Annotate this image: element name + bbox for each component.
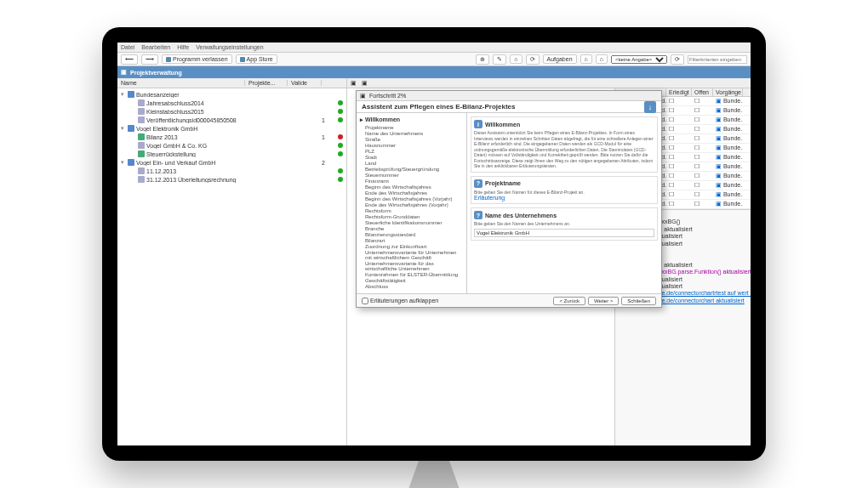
- toolbar-icon-2[interactable]: ✎: [493, 54, 506, 65]
- menubar: Datei Bearbeiten Hilfe Verwaltungseinste…: [117, 43, 751, 53]
- project-tree-panel: Name Projekte... Valide ▾BundesanzeigerJ…: [117, 78, 347, 445]
- right-toolbar: ▣ ▣: [347, 78, 751, 88]
- filter-input[interactable]: [688, 55, 747, 64]
- help-icon: ?: [474, 179, 483, 188]
- tree-node[interactable]: ▾Vogel Elektronik GmbH: [121, 124, 343, 133]
- tree-node[interactable]: Vogel GmbH & Co. KG: [121, 141, 343, 150]
- toolbar-icon-3[interactable]: ⌂: [510, 54, 522, 64]
- next-button[interactable]: Weiter >: [588, 297, 619, 305]
- home-icon-2[interactable]: ⌂: [596, 54, 608, 64]
- nav-item[interactable]: Bilanzart: [360, 238, 463, 244]
- back-button[interactable]: < Zurück: [553, 297, 585, 305]
- tasks-button[interactable]: Aufgaben: [543, 54, 577, 64]
- nav-item[interactable]: Finanzamt: [360, 179, 463, 184]
- nav-item[interactable]: Land: [360, 161, 463, 167]
- close-button[interactable]: Schließen: [621, 297, 656, 305]
- tree-node[interactable]: 11.12.2013: [121, 167, 343, 175]
- tree-node[interactable]: 31.12.2013 Überleitungsrechnung: [121, 175, 343, 184]
- nav-item[interactable]: Projektname: [360, 125, 463, 131]
- wizard-dialog: ▣ Fortschritt 2% Assistent zum Pflegen e…: [356, 90, 662, 308]
- tree-node[interactable]: Kleinstabschluss2015: [121, 107, 343, 116]
- appstore-button[interactable]: App Store: [236, 54, 277, 64]
- project-tree[interactable]: ▾BundesanzeigerJahresabschluss2014Kleins…: [117, 88, 346, 445]
- nav-item[interactable]: Steuernummer: [360, 173, 463, 179]
- tree-node[interactable]: Steuerrückstellung: [121, 150, 343, 158]
- nav-item[interactable]: Abschluss: [360, 284, 463, 290]
- col-open[interactable]: Offen: [692, 88, 713, 96]
- section-projectname: ?Projektname Bitte geben Sie den Namen f…: [471, 176, 658, 205]
- tree-node[interactable]: Bilanz 20131: [121, 133, 343, 141]
- nav-item[interactable]: Ende des Wirtschaftsjahres: [360, 190, 463, 196]
- nav-item[interactable]: Geschäftstätigkeit: [360, 278, 463, 284]
- nav-item[interactable]: Rechtsform-Grunddaten: [360, 214, 463, 220]
- nav-item[interactable]: Steuerliche Identifikationsnummer: [360, 220, 463, 226]
- col-valid[interactable]: Valide: [288, 80, 322, 86]
- tree-node[interactable]: Jahresabschluss2014: [121, 99, 343, 107]
- dialog-subtitle: Assistent zum Pflegen eines E-Bilanz-Pro…: [362, 103, 516, 111]
- tree-node[interactable]: ▾Bundesanzeiger: [121, 90, 343, 99]
- explanation-link[interactable]: Erläuterung: [474, 195, 654, 201]
- filter-dropdown[interactable]: <keine Angabe>: [611, 55, 667, 64]
- nav-item[interactable]: PLZ: [360, 149, 463, 155]
- menu-help[interactable]: Hilfe: [177, 44, 189, 50]
- toolbar-icon-1[interactable]: ⊕: [476, 54, 489, 65]
- section-companyname: ?Name des Unternehmens Bitte geben Sie d…: [471, 207, 658, 241]
- col-proc[interactable]: Vorgänge: [713, 88, 743, 96]
- monitor-frame: Datei Bearbeiten Hilfe Verwaltungseinste…: [102, 27, 766, 461]
- col-projects[interactable]: Projekte...: [245, 80, 288, 86]
- nav-fwd-button[interactable]: ⟶: [141, 54, 158, 65]
- expand-explanations-checkbox[interactable]: Erläuterungen aufklappen: [362, 298, 438, 304]
- nav-item[interactable]: Name des Unternehmens: [360, 131, 463, 137]
- dialog-titlebar[interactable]: ▣ Fortschritt 2%: [357, 91, 661, 101]
- cart-icon: [240, 57, 245, 62]
- col-name[interactable]: Name: [117, 80, 245, 86]
- col-done[interactable]: Erledigt: [666, 88, 692, 96]
- nav-item[interactable]: Zuordnung zur Einkunftsart: [360, 244, 463, 250]
- exit-icon: [166, 57, 171, 62]
- app-window: Datei Bearbeiten Hilfe Verwaltungseinste…: [117, 43, 751, 445]
- nav-item[interactable]: Beginn des Wirtschaftsjahres: [360, 184, 463, 190]
- nav-item[interactable]: Rechtsform: [360, 208, 463, 214]
- rtool-icon[interactable]: ▣: [351, 80, 357, 87]
- tree-node[interactable]: ▾Vogel Ein- und Verkauf GmbH2: [121, 158, 343, 167]
- menu-edit[interactable]: Bearbeiten: [141, 44, 170, 50]
- nav-item[interactable]: Branche: [360, 226, 463, 232]
- download-icon: ↓: [644, 101, 656, 113]
- toolbar-icon-4[interactable]: ⟳: [526, 54, 540, 65]
- nav-item[interactable]: Hausnummer: [360, 143, 463, 149]
- help-icon: ?: [474, 211, 483, 219]
- panel-titlebar: ▣ Projektverwaltung: [117, 66, 751, 78]
- section-welcome: iWillkommen Dieser Assistent unterstützt…: [471, 116, 658, 173]
- tree-node[interactable]: Veröffentlichungsid0000458505081: [121, 116, 343, 124]
- dialog-icon: ▣: [360, 93, 366, 99]
- company-name-input[interactable]: [474, 229, 654, 237]
- exit-button[interactable]: Programm verlassen: [162, 54, 232, 64]
- nav-item[interactable]: Betriebsprüfung/Steuergründung: [360, 167, 463, 173]
- nav-back-button[interactable]: ⟵: [121, 54, 138, 65]
- nav-item[interactable]: Stadt: [360, 155, 463, 161]
- nav-item[interactable]: Unternehmensvariante für das wirtschaftl…: [360, 261, 463, 272]
- home-icon-1[interactable]: ⌂: [580, 54, 592, 64]
- refresh-icon[interactable]: ⟳: [671, 54, 684, 65]
- nav-item[interactable]: Unternehmensvariante für Unternehmen mit…: [360, 250, 463, 261]
- welcome-text: Dieser Assistent unterstützt Sie beim Pf…: [474, 130, 654, 169]
- wizard-nav: ▸ Willkommen ProjektnameName des Unterne…: [357, 113, 467, 293]
- nav-header: ▸ Willkommen: [360, 116, 463, 123]
- panel-title: ▣: [121, 69, 127, 76]
- nav-item[interactable]: Beginn des Wirtschaftsjahres (Vorjahr): [360, 196, 463, 202]
- tree-header: Name Projekte... Valide: [117, 78, 346, 88]
- nav-item[interactable]: Ende des Wirtschaftsjahres (Vorjahr): [360, 202, 463, 208]
- menu-file[interactable]: Datei: [121, 44, 134, 50]
- info-icon: i: [474, 120, 483, 128]
- dialog-title: Fortschritt 2%: [369, 93, 406, 99]
- main-toolbar: ⟵ ⟶ Programm verlassen App Store ⊕ ✎ ⌂ ⟳…: [117, 53, 751, 66]
- nav-item[interactable]: Bilanzierungsstandard: [360, 232, 463, 238]
- rtool-icon[interactable]: ▣: [362, 80, 368, 87]
- main-workspace: ▣ Fortschritt 2% Assistent zum Pflegen e…: [347, 88, 614, 445]
- nav-item[interactable]: Straße: [360, 137, 463, 143]
- nav-item[interactable]: Kontenrahmen für ELSTER-Übermittlung: [360, 272, 463, 278]
- menu-admin[interactable]: Verwaltungseinstellungen: [196, 44, 263, 50]
